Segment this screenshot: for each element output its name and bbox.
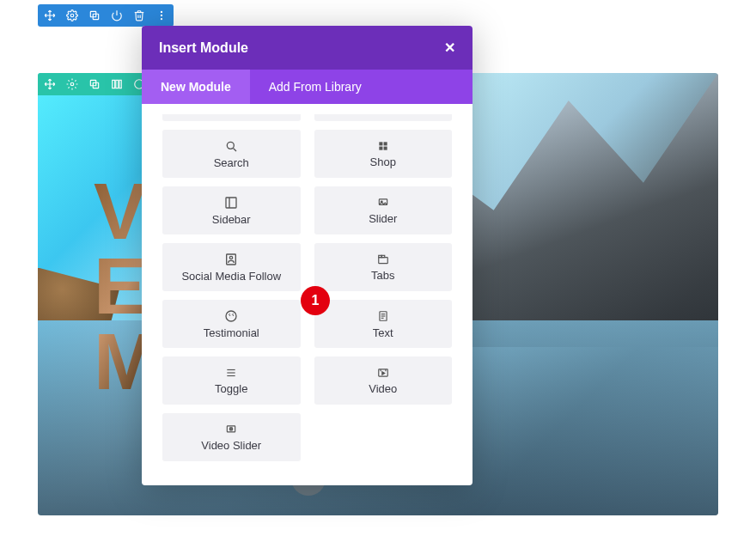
module-label: Sidebar	[212, 213, 251, 226]
module-video-slider[interactable]: Video Slider	[162, 413, 301, 461]
module-label: Slider	[369, 212, 397, 225]
gear-icon[interactable]	[65, 77, 79, 91]
module-slider[interactable]: Slider	[314, 186, 453, 234]
sidebar-icon	[224, 196, 238, 210]
svg-rect-28	[379, 257, 388, 263]
modal-title: Insert Module	[159, 40, 248, 56]
tabs-icon	[375, 253, 391, 265]
insert-module-modal: Insert Module ✕ New Module Add From Libr…	[142, 26, 472, 485]
module-card-peek[interactable]	[162, 114, 301, 121]
shop-icon	[377, 140, 389, 152]
columns-icon[interactable]	[110, 77, 124, 91]
module-label: Text	[373, 326, 393, 339]
callout-badge: 1	[301, 286, 330, 315]
row-toolbar	[38, 73, 151, 95]
svg-rect-30	[381, 255, 385, 257]
module-tabs[interactable]: Tabs	[314, 243, 453, 291]
module-sidebar[interactable]: Sidebar	[162, 186, 301, 234]
video-slider-icon	[223, 423, 239, 436]
section-toolbar	[38, 4, 174, 27]
svg-point-6	[161, 18, 162, 20]
svg-line-17	[234, 148, 236, 150]
gear-icon[interactable]	[65, 9, 79, 22]
svg-rect-10	[113, 80, 115, 88]
svg-rect-21	[383, 146, 387, 149]
trash-icon[interactable]	[132, 9, 146, 22]
module-label: Video	[369, 382, 397, 395]
svg-point-27	[230, 256, 233, 259]
module-testimonial[interactable]: Testimonial	[162, 300, 301, 348]
more-icon[interactable]	[155, 9, 168, 22]
module-search[interactable]: Search	[162, 130, 301, 178]
module-video[interactable]: Video	[314, 356, 453, 405]
power-icon[interactable]	[110, 9, 124, 22]
svg-point-16	[228, 142, 235, 149]
testimonial-icon	[224, 309, 238, 323]
module-text[interactable]: Text	[314, 300, 453, 348]
svg-rect-20	[379, 146, 382, 149]
module-label: Toggle	[215, 382, 247, 395]
module-shop[interactable]: Shop	[314, 130, 453, 178]
duplicate-icon[interactable]	[88, 9, 101, 22]
svg-rect-22	[226, 198, 236, 208]
svg-point-4	[161, 11, 162, 13]
svg-point-5	[161, 15, 162, 16]
module-label: Search	[214, 156, 249, 169]
svg-point-0	[70, 14, 74, 17]
svg-rect-11	[116, 80, 119, 88]
svg-rect-12	[119, 80, 121, 88]
stage: V EX M Insert Module ✕ New Module Add Fr…	[0, 0, 756, 536]
video-icon	[375, 367, 391, 379]
svg-point-7	[70, 82, 74, 86]
modal-tabs: New Module Add From Library	[142, 70, 472, 104]
move-icon[interactable]	[43, 9, 57, 22]
module-toggle[interactable]: Toggle	[162, 356, 301, 405]
callout-number: 1	[312, 293, 320, 308]
svg-rect-18	[379, 142, 382, 145]
toggle-icon	[224, 367, 238, 379]
move-icon[interactable]	[43, 77, 57, 91]
slider-icon	[375, 197, 391, 209]
tab-add-from-library[interactable]: Add From Library	[250, 70, 381, 104]
module-social-media-follow[interactable]: Social Media Follow	[162, 243, 301, 291]
module-card-peek[interactable]	[314, 114, 453, 121]
svg-point-45	[231, 428, 232, 429]
close-icon[interactable]: ✕	[444, 40, 455, 56]
module-label: Social Media Follow	[181, 270, 281, 283]
svg-marker-42	[382, 371, 385, 375]
module-label: Tabs	[371, 269, 394, 282]
module-label: Testimonial	[204, 326, 259, 339]
text-icon	[377, 309, 389, 323]
module-label: Video Slider	[201, 439, 261, 452]
tab-new-module[interactable]: New Module	[142, 70, 250, 104]
svg-rect-19	[383, 142, 387, 145]
duplicate-icon[interactable]	[88, 77, 101, 91]
module-label: Shop	[370, 155, 396, 168]
search-icon	[224, 139, 238, 153]
modal-header: Insert Module ✕	[142, 26, 472, 70]
social-icon	[224, 253, 238, 266]
svg-point-31	[226, 311, 236, 321]
